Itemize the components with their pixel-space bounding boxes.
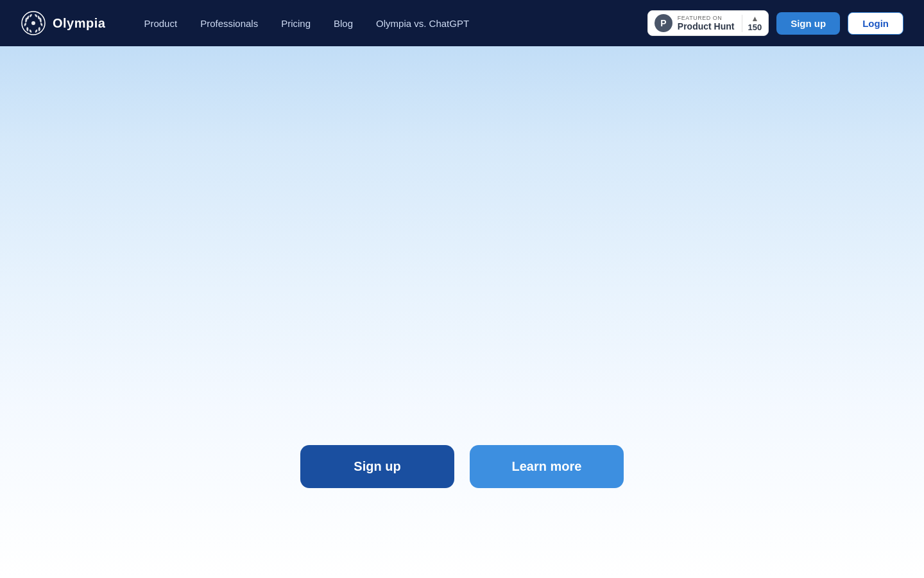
product-hunt-text: FEATURED ON Product Hunt: [678, 15, 735, 31]
ph-count-block: ▲ 150: [742, 15, 762, 32]
hero-section: Sign up Learn more: [0, 0, 924, 578]
nav-login-button[interactable]: Login: [848, 12, 903, 35]
hero-signup-button[interactable]: Sign up: [300, 445, 454, 488]
ph-count-label: 150: [748, 22, 762, 32]
nav-right: P FEATURED ON Product Hunt ▲ 150 Sign up…: [647, 10, 903, 36]
nav-item-pricing[interactable]: Pricing: [281, 18, 311, 29]
hero-buttons: Sign up Learn more: [300, 445, 624, 488]
ph-arrow-icon: ▲: [751, 15, 758, 22]
ph-featured-on-label: FEATURED ON: [678, 15, 735, 21]
logo-text: Olympia: [53, 16, 105, 31]
nav-item-vs-chatgpt[interactable]: Olympia vs. ChatGPT: [376, 18, 469, 29]
nav-links: Product Professionals Pricing Blog Olymp…: [144, 18, 469, 29]
hero-learn-more-button[interactable]: Learn more: [470, 445, 624, 488]
navbar: Olympia Product Professionals Pricing Bl…: [0, 0, 924, 46]
logo-icon: [21, 10, 46, 36]
logo[interactable]: Olympia: [21, 10, 105, 36]
product-hunt-icon: P: [654, 14, 672, 32]
ph-name-label: Product Hunt: [678, 21, 735, 31]
nav-item-professionals[interactable]: Professionals: [200, 18, 258, 29]
nav-signup-button[interactable]: Sign up: [776, 12, 840, 35]
svg-point-1: [31, 21, 35, 25]
nav-item-product[interactable]: Product: [144, 18, 177, 29]
product-hunt-badge[interactable]: P FEATURED ON Product Hunt ▲ 150: [647, 10, 769, 36]
nav-item-blog[interactable]: Blog: [334, 18, 353, 29]
